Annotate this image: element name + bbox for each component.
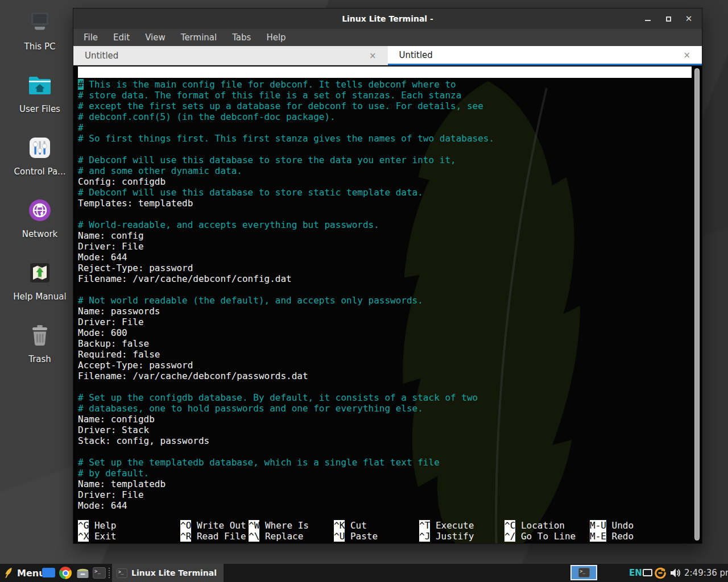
nano-line: # This is the main config file for debco…: [78, 79, 685, 90]
nano-line: Mode: 644: [78, 252, 685, 263]
desktop-icon-label: Control Pa...: [14, 167, 66, 177]
shortcut-key: ^G: [78, 520, 89, 531]
taskbar-window-label: Linux Lite Terminal -: [131, 568, 219, 577]
nano-shortcut: ^O Write Out: [180, 520, 246, 531]
nano-shortcut: ^X Exit: [78, 531, 116, 542]
desktop-icon-help-manual[interactable]: Help Manual: [3, 259, 76, 322]
start-menu-button[interactable]: Menu: [0, 564, 46, 582]
nano-line: Reject-Type: password: [78, 263, 685, 273]
shortcut-column: M-U UndoM-E Redo: [590, 520, 634, 542]
tab-untitled-1[interactable]: Untitled ×: [73, 46, 388, 65]
volume-icon[interactable]: [669, 568, 681, 580]
shortcut-key: ^O: [180, 520, 191, 531]
menu-tabs[interactable]: Tabs: [232, 32, 251, 43]
menu-file[interactable]: File: [84, 32, 98, 43]
keyboard-layout-icon[interactable]: [643, 569, 652, 576]
desktop-icon-label: Help Manual: [13, 292, 66, 302]
nano-cursor: #: [78, 79, 84, 90]
updates-icon[interactable]: [654, 567, 667, 581]
nano-line: Required: false: [78, 349, 685, 360]
nano-line: # Debconf will use this database to stor…: [78, 155, 685, 165]
terminal-content[interactable]: GNU nano 7.2 /etc/debconf.conf # This is…: [73, 65, 702, 543]
shortcut-column: ^T Execute^J Justify: [419, 520, 474, 542]
nano-line: Backup: false: [78, 338, 685, 349]
tab-close-icon[interactable]: ×: [683, 50, 690, 60]
taskbar-window-button[interactable]: >_ Linux Lite Terminal -: [112, 564, 224, 582]
nano-line: Filename: /var/cache/debconf/config.dat: [78, 273, 685, 284]
chrome-icon-core: [64, 571, 68, 575]
tab-label: Untitled: [85, 51, 118, 61]
shortcut-key: M-U: [590, 520, 606, 531]
nano-line: # and some other dynamic data.: [78, 165, 685, 176]
clock[interactable]: 2:49:36 pm: [684, 568, 728, 578]
nano-line: Driver: File: [78, 241, 685, 252]
nano-shortcut: M-U Undo: [590, 520, 634, 531]
shortcut-key: ^W: [249, 520, 259, 531]
nano-line: # debconf.conf(5) (in the debconf-doc pa…: [78, 111, 685, 122]
nano-line: #: [78, 122, 685, 133]
workspace-pager[interactable]: [42, 568, 55, 577]
menu-edit[interactable]: Edit: [113, 32, 130, 43]
nano-line: Driver: File: [78, 317, 685, 327]
menu-label: Menu: [17, 568, 46, 579]
shortcut-key: ^C: [504, 520, 515, 531]
terminal-launcher-icon[interactable]: >_: [93, 567, 106, 579]
nano-line: # databases, one to hold passwords and o…: [78, 403, 685, 414]
desktop-icon-label: Trash: [28, 354, 51, 364]
window-title: Linux Lite Terminal -: [342, 14, 433, 23]
nano-shortcut: ^G Help: [78, 520, 116, 531]
nano-shortcut: ^\ Replace: [249, 531, 309, 542]
scrollbar-thumb[interactable]: [694, 68, 700, 541]
panel-separator: [109, 568, 110, 578]
maximize-button[interactable]: [664, 15, 672, 23]
menu-help[interactable]: Help: [266, 32, 286, 43]
desktop: This PC User Files Cont: [0, 0, 728, 582]
trash-icon: [26, 322, 53, 349]
chrome-icon[interactable]: [59, 567, 72, 579]
menu-bar: File Edit View Terminal Tabs Help: [73, 29, 702, 46]
desktop-icon-label: User Files: [19, 104, 60, 114]
network-globe-icon: [26, 197, 53, 224]
desktop-icon-network[interactable]: Network: [3, 197, 76, 259]
nano-line: Accept-Type: password: [78, 360, 685, 371]
nano-line: # So first things first. This first stan…: [78, 133, 685, 144]
shortcut-key: ^/: [504, 531, 515, 542]
window-titlebar[interactable]: Linux Lite Terminal - ✕: [73, 9, 702, 29]
terminal-icon: >_: [117, 568, 127, 578]
nano-line: Driver: Stack: [78, 425, 685, 435]
nano-shortcut: ^J Justify: [419, 531, 474, 542]
nano-line: # Set up the configdb database. By defau…: [78, 392, 685, 403]
tray-terminal-button[interactable]: >_: [570, 565, 597, 580]
close-button[interactable]: ✕: [685, 15, 693, 23]
terminal-window: Linux Lite Terminal - ✕ File Edit View T…: [73, 8, 702, 544]
desktop-icon-control-panel[interactable]: Control Pa...: [3, 134, 76, 197]
file-manager-icon[interactable]: [76, 567, 89, 581]
nano-line: Templates: templatedb: [78, 198, 685, 209]
nano-line: # store data. The format of this file is…: [78, 90, 685, 101]
nano-shortcut: ^R Read File: [180, 531, 246, 542]
keyboard-language-indicator[interactable]: EN: [629, 568, 642, 578]
nano-line: # by default.: [78, 468, 685, 479]
taskbar: Menu >_ >_ Linux Lite Terminal - >_ EN: [0, 564, 728, 582]
tab-close-icon[interactable]: ×: [369, 51, 377, 61]
desktop-icon-user-files[interactable]: User Files: [3, 72, 76, 134]
shortcut-column: ^W Where Is^\ Replace: [249, 520, 309, 542]
desktop-icon-label: Network: [22, 229, 58, 239]
terminal-icon: >_: [578, 568, 590, 577]
desktop-icon-this-pc[interactable]: This PC: [3, 9, 76, 72]
minimize-button[interactable]: [644, 15, 652, 23]
terminal-scrollbar[interactable]: [694, 68, 700, 541]
menu-view[interactable]: View: [145, 32, 166, 43]
nano-line: # Set up the templatedb database, which …: [78, 457, 685, 468]
tab-untitled-2[interactable]: Untitled ×: [388, 46, 702, 65]
nano-line: [78, 284, 685, 295]
tab-bar: Untitled × Untitled ×: [73, 46, 702, 65]
shortcut-key: ^T: [419, 520, 430, 531]
nano-shortcut: ^W Where Is: [249, 520, 309, 531]
desktop-icon-trash[interactable]: Trash: [3, 322, 76, 384]
tab-label: Untitled: [399, 50, 433, 60]
menu-terminal[interactable]: Terminal: [181, 32, 217, 43]
nano-line: [78, 446, 685, 457]
nano-titlebar: GNU nano 7.2 /etc/debconf.conf: [78, 66, 692, 78]
shortcut-key: ^U: [334, 531, 345, 542]
